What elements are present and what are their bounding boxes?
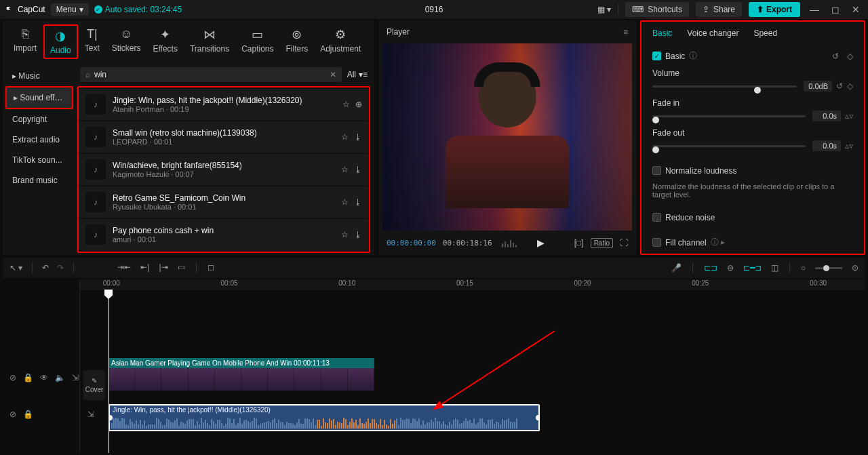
- playhead-handle[interactable]: [104, 290, 113, 299]
- lock-icon[interactable]: 🔒: [23, 373, 33, 382]
- sound-item[interactable]: ♪ Small win (retro slot machine)(1139038…: [79, 121, 369, 153]
- inspector-tab-speed[interactable]: Speed: [753, 28, 777, 38]
- split-icon[interactable]: ⇥⇤: [117, 262, 131, 273]
- tab-effects[interactable]: ✦Effects: [147, 24, 182, 56]
- filter-all-button[interactable]: All ▾≡: [347, 70, 368, 79]
- delete-icon[interactable]: ▭: [178, 262, 185, 273]
- info-icon[interactable]: ⓘ: [689, 50, 697, 62]
- slider-knob[interactable]: [652, 146, 659, 153]
- favorite-icon[interactable]: ☆: [341, 132, 349, 142]
- favorite-icon[interactable]: ☆: [341, 230, 349, 239]
- tab-stickers[interactable]: ☺Stickers: [106, 24, 146, 56]
- tab-import[interactable]: ⎘Import: [8, 24, 42, 56]
- play-button[interactable]: ▶: [537, 237, 545, 248]
- info-icon[interactable]: ⓘ ▸: [711, 237, 725, 248]
- download-icon[interactable]: ⭳: [354, 230, 362, 239]
- video-preview[interactable]: [382, 43, 632, 231]
- mute-icon[interactable]: 🔈: [55, 373, 65, 382]
- fadein-slider[interactable]: [652, 115, 806, 117]
- tracks-area[interactable]: ✎ Cover Asian Man Gamer Playing Game On …: [80, 290, 865, 453]
- undo-icon[interactable]: ↶: [42, 263, 49, 273]
- scale-icon[interactable]: [□]: [574, 238, 584, 248]
- subnav-music[interactable]: ▸ Music: [5, 66, 73, 86]
- redo-icon[interactable]: ↷: [57, 263, 64, 273]
- search-input[interactable]: [94, 70, 330, 79]
- keyframe-icon[interactable]: ◇: [847, 81, 853, 91]
- subnav-sound-effects[interactable]: ▸ Sound effe...: [5, 86, 73, 109]
- timeline-main[interactable]: 00:00 00:05 00:10 00:15 00:20 00:25 00:3…: [80, 279, 865, 453]
- sound-item[interactable]: ♪ Retro Game SE_Famicom_Coin Win Ryusuke…: [79, 186, 369, 218]
- project-title[interactable]: 0916: [425, 5, 443, 14]
- basic-checkbox[interactable]: ✓: [652, 52, 661, 60]
- reset-icon[interactable]: ↺: [832, 52, 839, 61]
- download-icon[interactable]: ⭳: [354, 165, 362, 174]
- fullscreen-icon[interactable]: ⛶: [620, 238, 628, 248]
- fadein-value[interactable]: 0.0s: [812, 111, 841, 121]
- share-button[interactable]: ⇪ Share: [696, 2, 742, 17]
- link-icon[interactable]: ⊖: [727, 263, 734, 273]
- disable-icon[interactable]: ⊘: [9, 373, 16, 382]
- marker-icon[interactable]: ◻: [208, 262, 214, 273]
- slider-knob[interactable]: [754, 87, 761, 94]
- ratio-button[interactable]: Ratio: [591, 238, 613, 248]
- tab-adjustment[interactable]: ⚙Adjustment: [315, 24, 366, 56]
- download-icon[interactable]: ⭳: [354, 132, 362, 142]
- subnav-copyright[interactable]: Copyright: [5, 109, 73, 130]
- subnav-brand-music[interactable]: Brand music: [5, 170, 73, 191]
- fadeout-slider[interactable]: [652, 145, 806, 147]
- zoom-fit-icon[interactable]: ⊙: [852, 263, 859, 273]
- trim-right-icon[interactable]: |⇥: [159, 262, 167, 273]
- download-icon[interactable]: ⭳: [354, 197, 362, 207]
- trim-left-icon[interactable]: ⇤|: [140, 262, 149, 273]
- tab-audio[interactable]: ◑Audio: [43, 24, 78, 59]
- add-icon[interactable]: ⊕: [355, 100, 362, 109]
- tab-filters[interactable]: ⊚Filters: [281, 24, 314, 56]
- stepper-icon[interactable]: ▵▿: [845, 141, 853, 151]
- tab-text[interactable]: T|Text: [79, 24, 105, 56]
- reset-icon[interactable]: ↺: [836, 81, 843, 91]
- audio-clip[interactable]: Jingle: Win, pass, hit the jackpot!! (Mi…: [108, 404, 540, 431]
- subnav-tiktok-sound[interactable]: TikTok soun...: [5, 150, 73, 170]
- volume-value[interactable]: 0.0dB: [804, 81, 832, 92]
- keyframe-icon[interactable]: ◇: [847, 52, 853, 61]
- slider-knob[interactable]: [652, 117, 659, 123]
- close-icon[interactable]: ✕: [849, 4, 863, 15]
- favorite-icon[interactable]: ☆: [341, 197, 349, 207]
- favorite-icon[interactable]: ☆: [342, 100, 350, 109]
- favorite-icon[interactable]: ☆: [341, 165, 349, 174]
- stepper-icon[interactable]: ▵▿: [845, 111, 853, 121]
- shortcuts-button[interactable]: ⌨ Shortcuts: [625, 2, 689, 17]
- normalize-checkbox[interactable]: ✓: [652, 166, 661, 175]
- tab-captions[interactable]: ▭Captions: [236, 24, 279, 56]
- reduce-noise-checkbox[interactable]: ✓: [652, 213, 661, 222]
- zoom-slider[interactable]: [815, 267, 842, 269]
- minimize-icon[interactable]: —: [807, 4, 822, 15]
- visibility-icon[interactable]: 👁: [40, 373, 48, 382]
- cursor-tool[interactable]: ↖ ▾: [9, 263, 22, 273]
- export-button[interactable]: ⬆ Export: [749, 2, 800, 17]
- video-clip[interactable]: Asian Man Gamer Playing Game On Mobile P…: [108, 358, 374, 391]
- subnav-extract-audio[interactable]: Extract audio: [5, 130, 73, 150]
- fill-channel-checkbox[interactable]: ✓: [652, 238, 661, 247]
- maximize-icon[interactable]: ◻: [829, 4, 842, 15]
- volume-slider[interactable]: [652, 85, 797, 87]
- layout-icon[interactable]: ▦ ▾: [597, 5, 611, 14]
- clear-icon[interactable]: ✕: [330, 70, 336, 79]
- align-icon[interactable]: ◫: [771, 263, 778, 273]
- mic-icon[interactable]: 🎤: [671, 263, 682, 273]
- lock-icon[interactable]: 🔒: [23, 410, 33, 419]
- sound-item[interactable]: ♪ Jingle: Win, pass, hit the jackpot!! (…: [79, 89, 369, 120]
- inspector-tab-voice[interactable]: Voice changer: [687, 28, 738, 38]
- zoom-out-icon[interactable]: ○: [801, 263, 806, 273]
- fadeout-value[interactable]: 0.0s: [812, 140, 841, 151]
- tab-transitions[interactable]: ⋈Transitions: [184, 24, 235, 56]
- snap-icon[interactable]: ⊏⊐: [704, 263, 717, 273]
- magnet-icon[interactable]: ⊏━⊐: [743, 263, 762, 273]
- cover-button[interactable]: ✎ Cover: [83, 370, 105, 400]
- inspector-tab-basic[interactable]: Basic: [652, 28, 672, 38]
- playhead[interactable]: [108, 290, 109, 453]
- sound-item[interactable]: ♪ Win/achieve, bright fanfare(855154) Ka…: [79, 154, 369, 185]
- disable-icon[interactable]: ⊘: [9, 410, 16, 419]
- menu-button[interactable]: Menu ▾: [51, 3, 89, 16]
- sound-item[interactable]: ♪ Pay phone coins cash + win amuri · 00:…: [79, 219, 369, 250]
